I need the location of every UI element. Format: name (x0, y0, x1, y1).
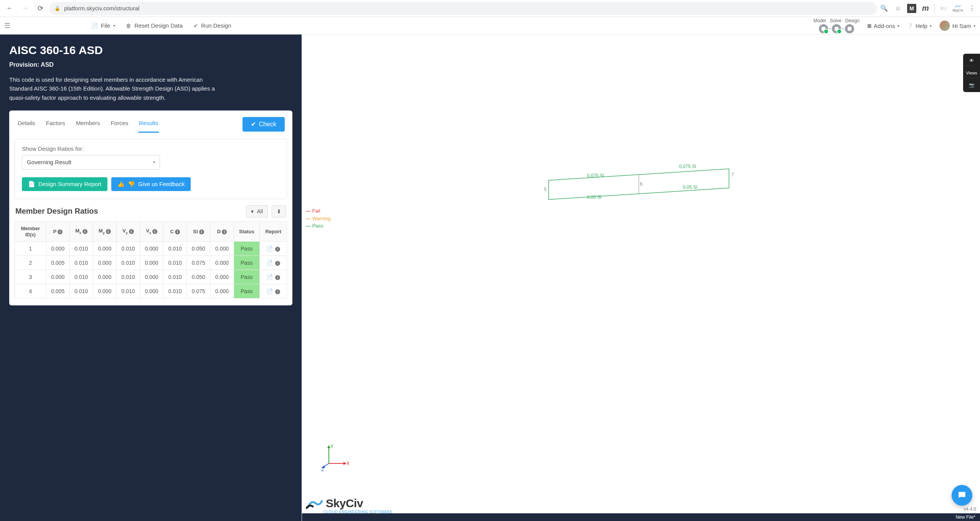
cell-c: 0.010 (163, 241, 187, 256)
report-file-icon[interactable]: 📄 (266, 260, 273, 266)
cell-sl: 0.075 (187, 256, 210, 270)
tab-details[interactable]: Details (17, 116, 36, 133)
browser-menu-icon[interactable]: ⋮ (967, 3, 977, 13)
report-file-icon[interactable]: 📄 (266, 246, 273, 252)
filter-panel: Show Design Ratios for: Governing Result… (15, 139, 287, 199)
tab-forces[interactable]: Forces (110, 116, 129, 133)
design-summary-report-button[interactable]: 📄 Design Summary Report (22, 177, 107, 191)
cell-my: 0.000 (93, 241, 116, 256)
filter-icon: ▾ (251, 208, 254, 214)
results-card: DetailsFactorsMembersForcesResults ✔ Che… (9, 110, 292, 305)
check-button[interactable]: ✔ Check (243, 117, 285, 132)
chevron-down-icon: ▾ (898, 24, 899, 28)
tab-factors[interactable]: Factors (45, 116, 66, 133)
eye-icon[interactable]: 👁 (964, 55, 979, 66)
favorite-icon[interactable]: ☆ (893, 3, 903, 13)
download-button[interactable]: ⬇ (272, 205, 286, 218)
user-menu[interactable]: Hi Sam ▾ (939, 20, 975, 31)
extension-m-box[interactable]: M (907, 3, 917, 13)
design-description: This code is used for designing steel me… (9, 75, 224, 102)
axes-gizmo[interactable]: Y X Z (321, 444, 352, 471)
filter-label: Show Design Ratios for: (22, 145, 280, 152)
results-tabs: DetailsFactorsMembersForcesResults (17, 116, 159, 133)
step-model-label: Model (813, 18, 826, 23)
camera-icon[interactable]: 📷 (964, 80, 979, 91)
main-layout: AISC 360-16 ASD Provision: ASD This code… (0, 35, 980, 521)
info-icon[interactable]: i (222, 229, 227, 234)
table-row: 10.0000.0100.0000.0100.0000.0100.0500.00… (15, 241, 287, 256)
cell-vz: 0.000 (140, 241, 163, 256)
svg-text:Z: Z (321, 467, 324, 471)
report-icon: 📄 (28, 181, 35, 188)
report-file-icon[interactable]: 📄 (266, 288, 273, 294)
extension-lines-icon[interactable]: ≡♪ (939, 3, 949, 13)
ratio-select[interactable]: Governing Result ▾ (22, 155, 160, 170)
filter-all-button[interactable]: ▾ All (246, 205, 268, 218)
svg-text:Y: Y (330, 444, 333, 449)
cell-d: 0.000 (210, 284, 234, 298)
cell-status: Pass (234, 241, 260, 256)
info-icon[interactable]: i (275, 247, 280, 252)
report-file-icon[interactable]: 📄 (266, 274, 273, 280)
tab-results[interactable]: Results (138, 116, 159, 133)
info-icon[interactable]: i (106, 229, 111, 234)
step-model-icon[interactable] (819, 24, 828, 33)
info-icon[interactable]: i (58, 229, 63, 234)
cell-p: 0.000 (46, 241, 69, 256)
cell-mz: 0.010 (69, 270, 93, 284)
table-row: 20.0050.0100.0000.0100.0000.0100.0750.00… (15, 256, 287, 270)
model-viewport[interactable]: 👁 Views 📷 0.075 Sl 0.075 Sl 0.05 Sl 0.05… (302, 35, 980, 521)
chat-fab[interactable] (952, 485, 972, 506)
cell-my: 0.000 (93, 256, 116, 270)
feedback-label: Give us Feedback (138, 181, 185, 187)
info-icon[interactable]: i (129, 229, 134, 234)
thumbs-up-icon: 👍 (117, 181, 125, 188)
cell-c: 0.010 (163, 284, 187, 298)
workflow-steps[interactable]: Model Solve Design (813, 18, 860, 33)
views-button[interactable]: Views (964, 68, 979, 78)
info-icon[interactable]: i (152, 229, 157, 234)
url-box[interactable]: 🔒 platform.skyciv.com/structural (49, 2, 877, 15)
extension-m-italic[interactable]: m (921, 3, 931, 13)
cell-c: 0.010 (163, 270, 187, 284)
addons-label: Add-ons (874, 23, 895, 29)
forward-button[interactable]: → (18, 2, 31, 15)
svg-text:7: 7 (731, 172, 734, 178)
info-icon[interactable]: i (275, 275, 280, 280)
info-icon[interactable]: i (275, 261, 280, 266)
search-page-icon[interactable]: 🔍 (879, 3, 889, 13)
skyciv-extension[interactable]: SkyCiv (952, 4, 963, 12)
cell-status: Pass (234, 284, 260, 298)
cell-status: Pass (234, 256, 260, 270)
th-c: Ci (163, 221, 187, 241)
step-design-icon[interactable] (845, 24, 854, 33)
help-menu[interactable]: ❔ Help ▾ (907, 23, 932, 29)
viewport-tools: 👁 Views 📷 (963, 54, 980, 92)
addons-menu[interactable]: ▦ Add-ons ▾ (867, 23, 899, 29)
info-icon[interactable]: i (82, 229, 87, 234)
info-icon[interactable]: i (199, 229, 204, 234)
tab-members[interactable]: Members (75, 116, 101, 133)
th-sl: Sli (187, 221, 210, 241)
divider (934, 4, 935, 13)
hamburger-menu[interactable]: ☰ (0, 17, 15, 35)
info-icon[interactable]: i (275, 289, 280, 294)
th-member: MemberID(s) (15, 221, 46, 241)
version-label: v4.4.0 (964, 506, 976, 512)
run-design[interactable]: ✔ Run Design (193, 22, 231, 29)
reload-button[interactable]: ⟳ (34, 2, 47, 15)
file-menu[interactable]: 📄 File ▾ (91, 22, 115, 29)
info-icon[interactable]: i (175, 229, 180, 234)
table-title: Member Design Ratios (15, 207, 98, 216)
model-sketch: 0.075 Sl 0.075 Sl 0.05 Sl 0.05 Sl 5 6 7 (529, 150, 744, 219)
cell-status: Pass (234, 270, 260, 284)
back-button[interactable]: ← (3, 2, 16, 15)
svg-text:0.075 Sl: 0.075 Sl (679, 164, 696, 169)
lock-icon: 🔒 (54, 6, 60, 11)
step-solve-icon[interactable] (832, 24, 841, 33)
cell-vz: 0.000 (140, 270, 163, 284)
design-panel: AISC 360-16 ASD Provision: ASD This code… (0, 35, 302, 521)
reset-design-data[interactable]: 🗑 Reset Design Data (126, 22, 183, 29)
give-feedback-button[interactable]: 👍 👎 Give us Feedback (111, 177, 191, 191)
cell-vy: 0.010 (116, 241, 140, 256)
